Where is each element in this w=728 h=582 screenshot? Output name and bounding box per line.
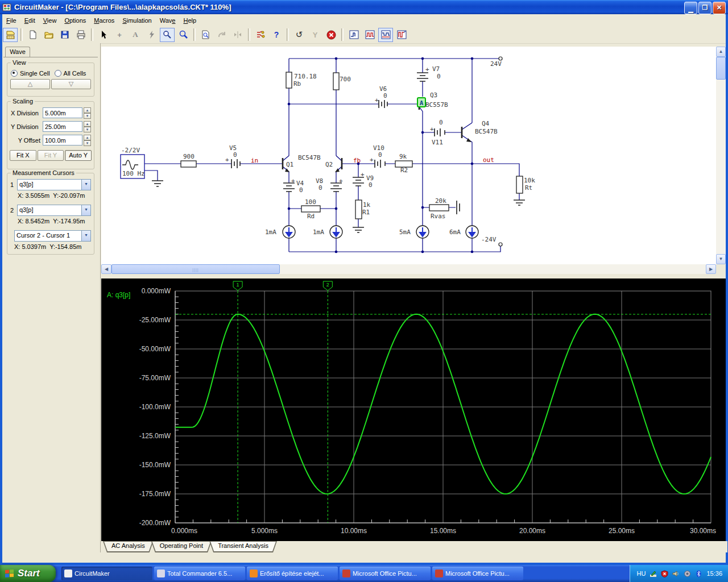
taskbar-task-2[interactable]: Total Commander 6.5... [154,567,245,580]
print-icon[interactable] [73,28,88,42]
simulation-settings-icon[interactable] [253,28,268,42]
menu-view[interactable]: View [39,15,61,26]
schematic-label: 9k [399,153,407,160]
all-cells-label[interactable]: All Cells [64,70,86,77]
waveform-plot[interactable]: 0.000mW-25.00mW-50.00mW-75.00mW-100.0mW-… [101,278,726,541]
taskbar-task-3[interactable]: Erősítő építése elejét... [247,567,338,580]
zoom-window-icon[interactable] [198,28,213,42]
mixed-scope-icon[interactable] [378,28,393,42]
pen-input-icon[interactable] [650,570,657,577]
start-button[interactable]: Start [0,565,56,582]
y-division-input[interactable] [43,121,82,132]
schematic-vscrollbar[interactable]: ▲ ▼ [716,47,726,264]
zoom-icon[interactable] [176,28,191,42]
svg-text:A: A [420,99,424,107]
titlebar[interactable]: CircuitMaker - [C:\Program Files\...\ala… [0,0,728,14]
chevron-down-icon[interactable]: ▼ [81,231,90,241]
window-title: CircuitMaker - [C:\Program Files\...\ala… [14,3,231,11]
menu-macros[interactable]: Macros [90,15,118,26]
probe-tool-icon[interactable] [160,28,175,42]
probe-marker[interactable]: A [417,98,425,107]
schematic-canvas[interactable]: A -2/2V100 Hz900V50+inQ1BC547BQ2V40+V80+… [101,47,716,264]
stop-simulation-icon[interactable] [324,28,338,42]
tab-operating-point[interactable]: Operating Point [151,541,212,552]
all-cells-radio[interactable] [55,70,61,77]
menu-wave[interactable]: Wave [156,15,180,26]
x-division-input[interactable] [43,107,82,118]
volume-icon[interactable] [672,570,680,577]
parts-bin-icon[interactable] [3,28,18,42]
delete-lightning-icon[interactable] [144,28,159,42]
menu-edit[interactable]: Edit [20,15,39,26]
schematic-label: Rt [525,184,532,192]
text-tool-icon[interactable]: A [128,28,143,42]
trace-label: A: q3[p] [107,291,130,299]
cursor-diff-select[interactable]: Cursor 2 - Cursor 1 ▼ [14,230,91,242]
fit-y-button[interactable]: Fit Y [38,150,64,161]
sound-device-icon[interactable] [684,570,691,577]
circuitmaker-app-icon [2,3,11,12]
chevron-down-icon[interactable]: ▼ [81,205,90,215]
schematic-label: 20k [435,197,446,205]
x-axis-tick: 20.00ms [519,527,545,535]
y-offset-input[interactable] [43,135,82,146]
vscroll-thumb[interactable] [716,57,726,80]
menu-options[interactable]: Options [60,15,90,26]
open-file-icon[interactable] [42,28,56,42]
tab-wave[interactable]: Wave [5,47,30,57]
menu-file[interactable]: File [2,15,20,26]
menu-help[interactable]: Help [179,15,200,26]
reset-icon[interactable]: ↺ [292,28,307,42]
toolbar-separator [287,28,289,41]
language-indicator[interactable]: HU [637,570,646,577]
hscroll-thumb[interactable]: |||| [111,264,280,274]
y-division-spinner[interactable]: ▲▼ [84,121,91,132]
minimize-button[interactable]: ▁ [684,2,697,14]
bluetooth-icon[interactable] [695,570,702,577]
cursor1-signal-select[interactable]: q3[p] ▼ [17,179,91,190]
select-arrow-icon[interactable] [96,28,111,42]
help-icon[interactable]: ? [269,28,284,42]
close-button[interactable]: ✕ [713,2,726,14]
cursor2-signal-value: q3[p] [18,205,81,215]
mirror-icon[interactable] [230,28,245,42]
save-file-icon[interactable] [57,28,72,42]
scroll-down-arrow[interactable]: ▼ [716,254,726,264]
cell-up-button[interactable]: △ [10,79,50,89]
cursor2-signal-select[interactable]: q3[p] ▼ [17,205,91,216]
wire-plus-icon[interactable]: + [112,28,127,42]
fit-x-button[interactable]: Fit X [10,150,36,161]
taskbar-task-4[interactable]: Microsoft Office Pictu... [340,567,431,580]
restore-button[interactable]: ❐ [698,2,712,14]
schematic-batteries[interactable] [231,73,460,214]
power-terminals [499,57,502,246]
scroll-up-arrow[interactable]: ▲ [716,47,726,57]
clock[interactable]: 15:36 [706,570,722,577]
rotate-icon[interactable] [214,28,229,42]
tab-transient-analysis[interactable]: Transient Analysis [209,541,277,552]
scroll-left-arrow[interactable]: ◀ [101,264,111,274]
chevron-down-icon[interactable]: ▼ [81,180,90,190]
taskbar-task-1[interactable]: CircuitMaker [61,567,152,580]
single-cell-label[interactable]: Single Cell [20,70,50,77]
single-cell-radio[interactable] [11,70,18,77]
schematic-label: 0 [383,92,387,99]
new-file-icon[interactable] [26,28,40,42]
schematic-wires [144,59,519,252]
schematic-hscrollbar[interactable]: ◀ |||| ▶ [101,264,716,274]
splitter[interactable] [101,274,726,278]
analog-scope-icon[interactable] [362,28,377,42]
repair-wrench-icon[interactable]: Y [308,28,322,42]
security-alert-icon[interactable] [661,570,668,577]
tab-ac-analysis[interactable]: AC Analysis [103,541,154,552]
logic-scope-icon[interactable] [394,28,409,42]
x-division-spinner[interactable]: ▲▼ [84,107,91,118]
digital-scope-icon[interactable] [346,28,361,42]
y-offset-spinner[interactable]: ▲▼ [84,135,91,146]
taskbar-task-5[interactable]: Microsoft Office Pictu... [432,567,523,580]
menu-simulation[interactable]: Simulation [118,15,155,26]
y-axis-tick: -100.0mW [139,403,171,411]
cell-down-button[interactable]: ▽ [51,79,91,89]
scroll-right-arrow[interactable]: ▶ [706,264,716,274]
auto-y-button[interactable]: Auto Y [65,150,92,161]
